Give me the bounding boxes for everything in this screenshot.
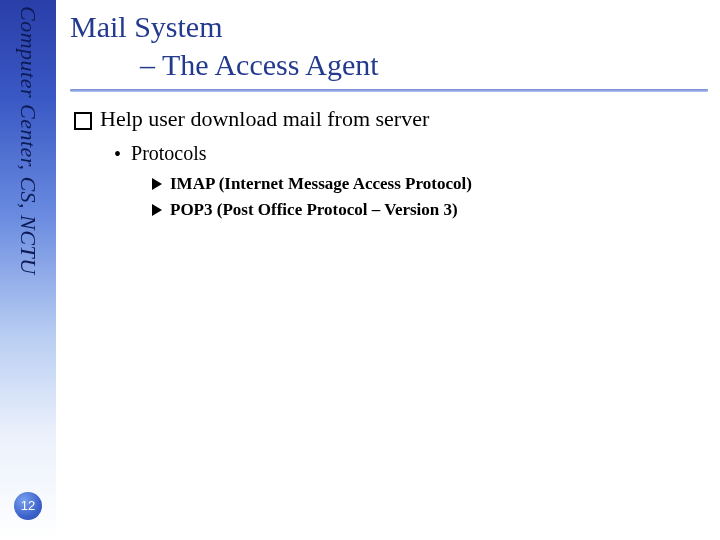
- triangle-bullet-icon: [152, 204, 162, 216]
- title-underline: [70, 89, 708, 92]
- bullet-level3: IMAP (Internet Message Access Protocol): [152, 174, 708, 194]
- bullet-level3: POP3 (Post Office Protocol – Version 3): [152, 200, 708, 220]
- sidebar-org-label: Computer Center, CS, NCTU: [15, 6, 41, 275]
- page-number-badge: 12: [14, 492, 42, 520]
- bullet-level2: • Protocols: [114, 142, 708, 166]
- slide-content: Mail System – The Access Agent Help user…: [70, 8, 708, 226]
- sidebar-gradient: Computer Center, CS, NCTU 12: [0, 0, 56, 540]
- protocol-item: IMAP (Internet Message Access Protocol): [170, 174, 472, 194]
- slide-title-line2: – The Access Agent: [70, 46, 708, 84]
- protocol-item: POP3 (Post Office Protocol – Version 3): [170, 200, 458, 220]
- sub-heading-text: Protocols: [131, 142, 207, 165]
- slide-body: Help user download mail from server • Pr…: [70, 106, 708, 220]
- main-point-text: Help user download mail from server: [100, 106, 429, 132]
- bullet-level1: Help user download mail from server: [74, 106, 708, 132]
- triangle-bullet-icon: [152, 178, 162, 190]
- dot-bullet-icon: •: [114, 142, 121, 166]
- slide-title-line1: Mail System: [70, 8, 708, 46]
- square-bullet-icon: [74, 112, 92, 130]
